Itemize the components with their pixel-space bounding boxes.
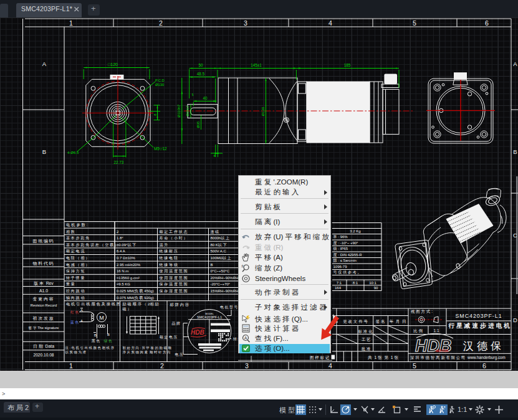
svg-text:M: M xyxy=(99,315,104,321)
svg-text:HDB: HDB xyxy=(191,329,204,336)
svg-text:轴向跳动: 轴向跳动 xyxy=(66,296,85,300)
svg-text:3: 3 xyxy=(244,19,247,27)
svg-text:初次发放: 初次发放 xyxy=(32,316,54,321)
svg-text:磁）: 磁） xyxy=(122,307,133,312)
svg-text:物料代码: 物料代码 xyxy=(32,261,54,266)
svg-text:±0.09°以下: ±0.09°以下 xyxy=(117,243,137,247)
svg-text:1: 1 xyxy=(69,19,73,27)
svg-text:15%RH~90%RH: 15%RH~90%RH xyxy=(211,289,239,293)
svg-text:90: 90 xyxy=(374,286,378,290)
svg-text:基本步距角: 基本步距角 xyxy=(66,236,90,240)
svg-text:标准化: 标准化 xyxy=(358,329,374,334)
svg-text:B: B xyxy=(513,148,517,155)
svg-text:164: 164 xyxy=(335,286,342,290)
svg-text:温升: 温升 xyxy=(160,242,170,247)
svg-text:径向跳动: 径向跳动 xyxy=(66,289,85,294)
svg-text:1:1: 1:1 xyxy=(434,328,439,333)
svg-text:使用湿度范围: 使用湿度范围 xyxy=(160,275,189,280)
svg-text:标牌内容: 标牌内容 xyxy=(170,302,190,307)
svg-text:电阻（相）: 电阻（相） xyxy=(66,255,90,260)
svg-text:注: 电机引出线颜色相线序: 注: 电机引出线颜色相线序 xyxy=(65,346,115,350)
svg-text:行星减速步进电机: 行星减速步进电机 xyxy=(448,322,512,329)
svg-text:变更内容: 变更内容 xyxy=(32,297,54,302)
svg-text:度: DIN 42955-R: 度: DIN 42955-R xyxy=(333,252,363,257)
svg-text:16 N.m: 16 N.m xyxy=(117,269,128,273)
svg-text:基本步距角误差（空载）: 基本步距角误差（空载） xyxy=(66,242,120,247)
svg-text:2020.10.08: 2020.10.08 xyxy=(33,353,54,357)
svg-text:1: 1 xyxy=(69,362,73,370)
svg-text:6.4 A: 6.4 A xyxy=(117,249,125,253)
svg-text:Ø35: Ø35 xyxy=(196,122,200,128)
svg-text:A: A xyxy=(513,60,517,67)
svg-text:2.95 mH±20%: 2.95 mH±20% xyxy=(117,263,141,267)
svg-text:20%RH~90%RH: 20%RH~90%RH xyxy=(211,276,239,280)
svg-text:绝缘电阻: 绝缘电阻 xyxy=(159,255,179,260)
svg-text:B: B xyxy=(211,263,213,267)
svg-text:寿命（小时）: 寿命（小时） xyxy=(159,236,189,241)
svg-text:连续: 连续 xyxy=(211,230,221,234)
svg-text:绝缘等级: 绝缘等级 xyxy=(159,263,179,267)
svg-text:5: 5 xyxy=(413,362,416,370)
svg-text:度: -10°~ +90°: 度: -10°~ +90° xyxy=(333,241,359,246)
svg-text:48.5: 48.5 xyxy=(197,72,205,76)
svg-text:Revision Record: Revision Record xyxy=(31,303,57,307)
svg-text:A: A xyxy=(42,60,47,67)
svg-text:电压: 电压 xyxy=(175,352,185,356)
svg-text:8000h以上: 8000h以上 xyxy=(211,236,231,240)
svg-text:□120: □120 xyxy=(108,62,118,67)
svg-text:≈9.5 KG: ≈9.5 KG xyxy=(117,282,130,286)
svg-text:2: 2 xyxy=(160,362,164,370)
svg-text:P.C.D: P.C.D xyxy=(155,79,165,82)
svg-text:更改文件号: 更改文件号 xyxy=(343,319,368,323)
svg-text:工艺: 工艺 xyxy=(362,337,372,341)
svg-text:Ø25h7: Ø25h7 xyxy=(186,105,189,116)
svg-text:绿色: 绿色 xyxy=(104,339,113,343)
svg-text:B: B xyxy=(94,333,97,337)
svg-text:A1.0: A1.0 xyxy=(39,289,48,293)
svg-text:MOTOR: MOTOR xyxy=(436,349,449,353)
svg-text:共 1 张 第 1 张: 共 1 张 第 1 张 xyxy=(368,355,400,360)
svg-text:1.8°: 1.8° xyxy=(117,236,123,240)
svg-text:电机引出线颜色及接线图: 电机引出线颜色及接线图 xyxy=(66,302,122,307)
svg-text:100MΩ以上: 100MΩ以上 xyxy=(211,256,233,260)
svg-text:相数: 相数 xyxy=(66,230,76,234)
svg-text:初始方向: 按甲板的励磁顺: 初始方向: 按甲板的励磁顺 xyxy=(123,346,173,350)
svg-text:0°C~+50°C: 0°C~+50°C xyxy=(211,269,230,273)
svg-text:40: 40 xyxy=(203,96,208,100)
svg-text:额定电流: 额定电流 xyxy=(66,249,85,254)
svg-text:B: B xyxy=(42,148,46,155)
svg-text:隙: ≤ 5arcmin: 隙: ≤ 5arcmin xyxy=(333,258,357,263)
svg-text:8:1: 8:1 xyxy=(353,281,358,285)
svg-text:8: 8 xyxy=(153,113,157,115)
svg-text:序从实物因素 顺时针方向: 序从实物因素 顺时针方向 xyxy=(123,350,171,355)
svg-text:4-Ø6.5: 4-Ø6.5 xyxy=(67,151,79,155)
svg-text:签名: 签名 xyxy=(376,319,386,324)
svg-text:Ø110h7: Ø110h7 xyxy=(177,104,181,118)
svg-text:黑色: 黑色 xyxy=(91,339,101,343)
svg-text:5: 5 xyxy=(413,19,416,27)
svg-text:比例: 比例 xyxy=(413,328,424,333)
svg-text:M5▽12: M5▽12 xyxy=(154,146,167,151)
svg-text:±: ± xyxy=(241,264,244,268)
svg-text:3.2 Kg: 3.2 Kg xyxy=(350,229,360,233)
svg-text:品牌: 品牌 xyxy=(172,322,181,326)
svg-text:SMC4203PF-L1: SMC4203PF-L1 xyxy=(455,313,502,319)
svg-text:汉德保: 汉德保 xyxy=(463,340,504,352)
svg-text:电机参数:: 电机参数: xyxy=(66,222,88,227)
svg-text:0.7 Ω±10%: 0.7 Ω±10% xyxy=(117,256,135,260)
svg-text:Ø120: Ø120 xyxy=(261,107,265,116)
svg-text:率: 96%: 率: 96% xyxy=(333,234,348,239)
svg-text:2: 2 xyxy=(159,19,163,27)
svg-text:6: 6 xyxy=(482,362,486,370)
svg-text:励磁顺序（2相励: 励磁顺序（2相励 xyxy=(122,302,160,307)
svg-text:额定工作状态: 额定工作状态 xyxy=(160,229,189,234)
svg-text:145±1: 145±1 xyxy=(251,63,262,67)
svg-text:视图方式:: 视图方式: xyxy=(411,309,433,314)
svg-text:以实物为准: 以实物为准 xyxy=(65,350,87,355)
svg-text:80 K以下: 80 K以下 xyxy=(211,243,228,247)
svg-text:保存温度范围: 保存温度范围 xyxy=(160,282,189,287)
svg-text:D: D xyxy=(513,317,517,323)
svg-text:电感（相）: 电感（相） xyxy=(66,263,90,267)
svg-text:电机型号: 电机型号 xyxy=(220,305,239,310)
svg-text:2: 2 xyxy=(117,230,119,234)
